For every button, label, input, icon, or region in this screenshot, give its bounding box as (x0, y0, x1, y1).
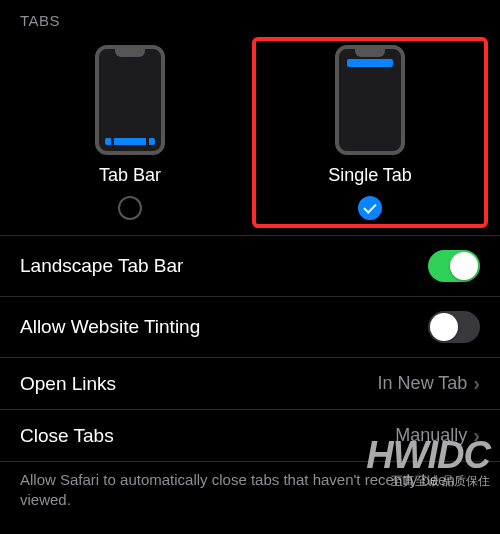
close-tabs-value: Manually (395, 425, 467, 446)
chevron-right-icon: › (473, 424, 480, 447)
chevron-right-icon: › (473, 372, 480, 395)
close-tabs-value-container: Manually › (395, 424, 480, 447)
landscape-toggle[interactable] (428, 250, 480, 282)
close-tabs-label: Close Tabs (20, 425, 114, 447)
open-links-value-container: In New Tab › (378, 372, 480, 395)
single-tab-option[interactable]: Single Tab (252, 37, 488, 228)
settings-list: Landscape Tab Bar Allow Website Tinting … (0, 235, 500, 462)
toggle-knob-icon (430, 313, 458, 341)
phone-mockup-single-tab (335, 45, 405, 155)
toggle-knob-icon (450, 252, 478, 280)
landscape-tab-bar-row[interactable]: Landscape Tab Bar (0, 236, 500, 297)
phone-notch-icon (115, 49, 145, 57)
tinting-toggle[interactable] (428, 311, 480, 343)
open-links-label: Open Links (20, 373, 116, 395)
open-links-value: In New Tab (378, 373, 468, 394)
radio-unselected-icon[interactable] (118, 196, 142, 220)
tinting-label: Allow Website Tinting (20, 316, 200, 338)
section-header: TABS (0, 0, 500, 35)
single-tab-indicator-icon (347, 59, 393, 67)
phone-notch-icon (355, 49, 385, 57)
footer-description: Allow Safari to automatically close tabs… (0, 462, 500, 517)
open-links-row[interactable]: Open Links In New Tab › (0, 358, 500, 410)
radio-selected-icon[interactable] (358, 196, 382, 220)
landscape-label: Landscape Tab Bar (20, 255, 183, 277)
single-tab-label: Single Tab (328, 165, 412, 186)
tab-bar-option[interactable]: Tab Bar (20, 45, 240, 220)
tab-layout-options: Tab Bar Single Tab (0, 35, 500, 235)
allow-tinting-row[interactable]: Allow Website Tinting (0, 297, 500, 358)
close-tabs-row[interactable]: Close Tabs Manually › (0, 410, 500, 462)
tab-bar-indicator-icon (105, 138, 155, 145)
tab-bar-label: Tab Bar (99, 165, 161, 186)
phone-mockup-tab-bar (95, 45, 165, 155)
